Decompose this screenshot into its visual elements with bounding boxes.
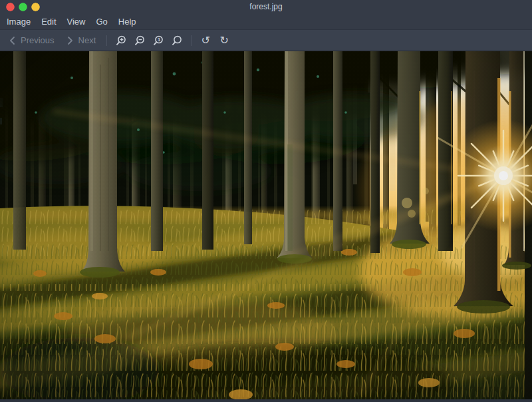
toolbar-separator (106, 35, 107, 46)
previous-label: Previous (21, 35, 55, 45)
menu-edit[interactable]: Edit (36, 15, 61, 29)
svg-text:1: 1 (158, 37, 160, 43)
chevron-right-icon (66, 36, 74, 45)
rotate-clockwise-icon: ↻ (220, 35, 229, 46)
titlebar: forest.jpg (0, 0, 532, 15)
menu-image[interactable]: Image (1, 15, 36, 29)
window-title: forest.jpg (0, 2, 532, 11)
zoom-in-button[interactable] (112, 32, 130, 49)
magnifier-minus-icon (134, 35, 146, 47)
zoom-fit-button[interactable] (168, 32, 186, 49)
forest-photo (0, 51, 532, 399)
window-bottom-edge (0, 399, 532, 402)
zoom-original-button[interactable]: 1 (149, 32, 168, 49)
magnifier-plus-icon (115, 35, 127, 47)
next-label: Next (78, 35, 96, 45)
rotate-left-button[interactable]: ↺ (196, 32, 215, 49)
chevron-left-icon (9, 36, 16, 45)
menu-view[interactable]: View (62, 15, 91, 29)
magnifier-one-icon: 1 (152, 35, 164, 47)
toolbar-separator (191, 35, 192, 46)
image-canvas[interactable] (0, 51, 532, 399)
menu-go[interactable]: Go (91, 15, 113, 29)
rotate-counterclockwise-icon: ↺ (201, 35, 210, 46)
toolbar: Previous Next (0, 29, 532, 51)
zoom-out-button[interactable] (130, 32, 149, 49)
magnifier-icon (171, 35, 183, 47)
menu-help[interactable]: Help (113, 15, 142, 29)
previous-button[interactable]: Previous (3, 30, 61, 51)
next-button[interactable]: Next (61, 30, 102, 51)
image-viewer-window: forest.jpg Image Edit View Go Help Previ… (0, 0, 532, 402)
menubar: Image Edit View Go Help (0, 15, 532, 29)
rotate-right-button[interactable]: ↻ (215, 32, 233, 49)
